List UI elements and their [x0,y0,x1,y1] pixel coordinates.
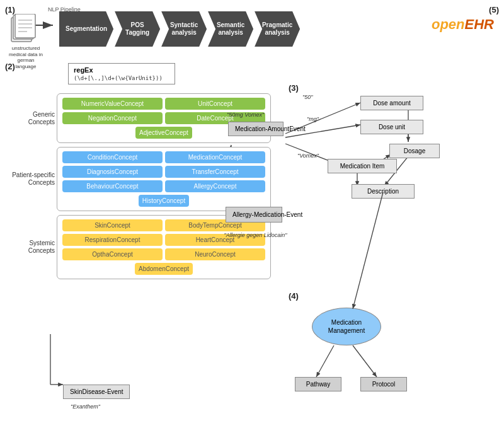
svg-line-29 [353,192,383,309]
concept-chip-neuro: NeuroConcept [165,248,265,260]
pipeline-steps: Segmentation POS Tagging Syntactic analy… [59,11,300,47]
concept-chip-history: HistoryConcept [139,195,189,207]
generic-concept-grid: NumericValueConcept UnitConcept Negation… [62,98,265,124]
concept-chip-diagnosis: DiagnosisConcept [62,166,163,178]
skin-disease-event: SkinDisease-Event [63,385,130,399]
step1-caption: unstructured medical data in german lang… [6,45,45,69]
description-node: Description [352,184,415,199]
pipeline-section: NLP Pipeline unstructured medical data i… [5,5,499,55]
med-amount-label: "50mg Vomex" [227,112,264,118]
allergy-event-label: "Allergie gegen Lidocain" [219,232,292,238]
concept-chip-behaviour: BehaviourConcept [62,180,163,192]
pipeline-step-semantic: Semantic analysis [208,11,253,47]
concept-chip-respiration: RespirationConcept [62,234,163,246]
svg-text:"Vomex": "Vomex" [297,153,319,159]
section-3-num: (3) [289,83,299,93]
allergy-event: Allergy-Medication-Event [226,207,282,223]
pipeline-step-pragmatic: Pragmatic analysis [255,11,300,47]
concept-chip-optha: OpthaConcept [62,248,163,260]
concept-chip-negation: NegationConcept [62,112,163,124]
pipeline-step-syntactic: Syntactic analysis [161,11,207,47]
concept-chip-allergy: AllergyConcept [165,180,265,192]
dosage-node: Dosage [389,144,440,158]
concept-chip-unit: UnitConcept [165,98,265,110]
concept-chip-condition: ConditionConcept [62,151,163,163]
concept-chip-adjective: AdjectiveConcept [135,127,192,139]
patient-concepts-label: Patient-specific Concepts [9,171,55,187]
systemic-concepts-group: Systemic Concepts SkinConcept BodyTempCo… [57,215,271,279]
openehr-ehr-text: EHR [465,16,494,32]
regex-value: (\d+[\.,]\d+(\w{VarUnit})) [74,75,169,81]
dose-unit-node: Dose unit [360,120,423,134]
pipeline-step-segmentation: Segmentation [59,11,113,47]
concept-chip-numeric: NumericValueConcept [62,98,163,110]
section-4-num: (4) [289,291,299,301]
generic-concepts-label: Generic Concepts [14,111,55,126]
dose-amount-node: Dose amount [360,96,423,110]
concept-chip-medication: MedicationConcept [165,151,265,163]
skin-event-label: "Exanthem" [71,403,100,410]
systemic-concepts-label: Systemic Concepts [14,240,55,255]
systemic-concept-grid: SkinConcept BodyTempConcept RespirationC… [62,219,265,260]
openehr-logo: openEHR [432,16,494,33]
medication-management-node: Medication Management [312,308,381,345]
svg-line-8 [285,144,334,163]
svg-line-17 [316,345,334,377]
systemic-center-row: AbdomenConcept [62,263,265,275]
protocol-node: Protocol [360,377,407,391]
regex-title: regEx [74,66,169,74]
document-icon [10,14,37,44]
concept-chip-skin: SkinConcept [62,219,163,231]
regex-box: regEx (\d+[\.,]\d+(\w{VarUnit})) [68,63,175,84]
svg-text:"mg": "mg" [307,116,319,122]
concept-chip-transfer: TransferConcept [165,166,265,178]
pipeline-step-pos: POS Tagging [115,11,160,47]
svg-text:"50": "50" [302,94,313,100]
patient-concepts-group: Patient-specific Concepts ConditionConce… [57,147,271,211]
med-amount-event: Medication-AmountEvent [228,122,284,136]
pathway-node: Pathway [295,377,341,391]
patient-concept-grid: ConditionConcept MedicationConcept Diagn… [62,151,265,192]
svg-rect-23 [15,14,35,38]
openehr-open-text: open [432,16,465,32]
medication-item-node: Medication Item [328,159,397,173]
concept-chip-abdomen: AbdomenConcept [135,263,193,275]
svg-line-18 [353,345,377,377]
patient-center-row: HistoryConcept [62,195,265,207]
